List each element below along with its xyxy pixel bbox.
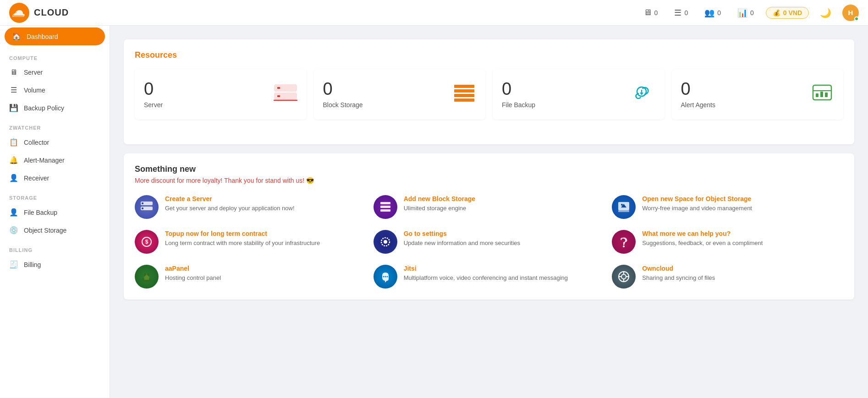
help-icon — [612, 230, 636, 254]
resource-card-server[interactable]: 0 Server — [135, 69, 307, 120]
balance-icon: 💰 — [773, 9, 780, 16]
settings-title[interactable]: Go to settings — [404, 230, 520, 237]
sidebar-item-billing[interactable]: 🧾 Billing — [0, 256, 110, 273]
logo[interactable]: CLOUD — [9, 3, 69, 23]
file-backup-icon: 👤 — [9, 208, 18, 217]
something-new-section: Something new More discount for more loy… — [124, 153, 854, 300]
resource-info-alert-agents: 0 Alert Agents — [681, 80, 716, 109]
alerts-stat[interactable]: 📊 0 — [733, 6, 758, 20]
sidebar-item-receiver[interactable]: 👤 Receiver — [0, 169, 110, 187]
create-server-title[interactable]: Create a Server — [165, 195, 295, 202]
section-zwatcher: ZWATCHER — [0, 117, 110, 133]
billing-icon: 🧾 — [9, 260, 18, 269]
backup-policy-icon: 💾 — [9, 104, 18, 112]
topup-title[interactable]: Topup now for long term contract — [165, 230, 320, 237]
resource-info-file-backup: 0 File Backup — [502, 80, 535, 109]
collector-icon: 📋 — [9, 138, 18, 147]
sidebar-item-alert-manager[interactable]: 🔔 Alert-Manager — [0, 151, 110, 169]
svg-rect-15 — [820, 92, 823, 97]
svg-rect-19 — [142, 202, 143, 204]
aapanel-title[interactable]: aaPanel — [165, 265, 221, 272]
resource-icon-alert-agents — [810, 81, 834, 109]
resource-count-alert-agents: 0 — [681, 80, 716, 98]
new-item-help[interactable]: What more we can help you? Suggestions, … — [612, 230, 843, 254]
block-storage-text: Add new Block Storage Ulimited storage e… — [404, 195, 475, 213]
svg-point-36 — [386, 276, 388, 278]
object-space-icon — [612, 195, 636, 219]
sidebar-label-volume: Volume — [24, 87, 45, 94]
owncloud-text: Owncloud Sharing and syncing of files — [642, 265, 715, 282]
storage-stat-icon: ☰ — [674, 8, 681, 18]
owncloud-desc: Sharing and syncing of files — [642, 274, 715, 282]
topup-desc: Long term contract with more stability o… — [165, 239, 320, 247]
logo-text: CLOUD — [34, 7, 69, 18]
sidebar-label-alert-manager: Alert-Manager — [24, 157, 65, 164]
sidebar-item-dashboard[interactable]: 🏠 Dashboard — [5, 27, 105, 45]
svg-rect-21 — [380, 202, 390, 204]
new-item-owncloud[interactable]: Owncloud Sharing and syncing of files — [612, 265, 843, 289]
new-item-block-storage[interactable]: Add new Block Storage Ulimited storage e… — [374, 195, 605, 219]
new-item-topup[interactable]: $ Topup now for long term contract Long … — [135, 230, 366, 254]
users-stat[interactable]: 👥 0 — [700, 6, 725, 20]
alerts-stat-count: 0 — [750, 9, 754, 16]
settings-text: Go to settings Update new information an… — [404, 230, 520, 247]
server-stat-icon: 🖥 — [643, 8, 652, 17]
resource-icon-server — [274, 83, 297, 106]
resource-icon-file-backup — [632, 81, 655, 109]
new-item-jitsi[interactable]: Jitsi Multiplatform voice, video confere… — [374, 265, 605, 289]
sidebar-item-object-storage[interactable]: 💿 Object Storage — [0, 221, 110, 239]
resource-info-block-storage: 0 Block Storage — [323, 80, 363, 109]
avatar-initial: H — [848, 9, 853, 16]
svg-rect-14 — [816, 93, 819, 97]
resources-title: Resources — [135, 50, 843, 60]
balance-amount: 0 VND — [783, 9, 802, 16]
sidebar-item-collector[interactable]: 📋 Collector — [0, 133, 110, 151]
topup-icon: $ — [135, 230, 159, 254]
help-title[interactable]: What more we can help you? — [642, 230, 763, 237]
object-space-title[interactable]: Open new Space for Object Storage — [642, 195, 752, 202]
section-storage: STORAGE — [0, 187, 110, 203]
resource-card-block-storage[interactable]: 0 Block Storage — [314, 69, 486, 120]
svg-point-30 — [384, 240, 387, 244]
resource-label-alert-agents: Alert Agents — [681, 101, 716, 109]
main-content: Resources 0 Server — [110, 26, 868, 398]
jitsi-text: Jitsi Multiplatform voice, video confere… — [404, 265, 568, 282]
jitsi-desc: Multiplatform voice, video conferencing … — [404, 274, 568, 282]
jitsi-title[interactable]: Jitsi — [404, 265, 568, 272]
sidebar-item-file-backup[interactable]: 👤 File Backup — [0, 203, 110, 221]
topup-text: Topup now for long term contract Long te… — [165, 230, 320, 247]
owncloud-title[interactable]: Owncloud — [642, 265, 715, 272]
storage-stat[interactable]: ☰ 0 — [670, 6, 692, 20]
sidebar-item-volume[interactable]: ☰ Volume — [0, 81, 110, 99]
server-stat[interactable]: 🖥 0 — [639, 6, 663, 19]
sidebar-item-server[interactable]: 🖥 Server — [0, 64, 110, 81]
new-item-object-space[interactable]: Open new Space for Object Storage Worry-… — [612, 195, 843, 219]
sidebar-label-collector: Collector — [24, 139, 49, 146]
owncloud-icon — [612, 265, 636, 289]
resource-card-file-backup[interactable]: 0 File Backup — [493, 69, 665, 120]
theme-toggle[interactable]: 🌙 — [816, 5, 835, 20]
volume-icon: ☰ — [9, 86, 18, 94]
users-stat-icon: 👥 — [704, 8, 714, 18]
svg-rect-23 — [380, 209, 390, 212]
balance-button[interactable]: 💰 0 VND — [766, 7, 809, 19]
topnav: CLOUD 🖥 0 ☰ 0 👥 0 📊 0 💰 0 VND 🌙 H — [0, 0, 868, 26]
aapanel-text: aaPanel Hosting control panel — [165, 265, 221, 282]
new-item-create-server[interactable]: Create a Server Get your server and depl… — [135, 195, 366, 219]
resources-grid: 0 Server 0 — [135, 69, 843, 120]
create-server-icon — [135, 195, 159, 219]
block-storage-title[interactable]: Add new Block Storage — [404, 195, 475, 202]
new-items-grid: Create a Server Get your server and depl… — [135, 195, 843, 289]
create-server-desc: Get your server and deploy your applicat… — [165, 204, 295, 213]
avatar[interactable]: H — [842, 5, 859, 21]
new-item-aapanel[interactable]: aaPanel Hosting control panel — [135, 265, 366, 289]
sidebar-label-receiver: Receiver — [24, 174, 49, 182]
resource-label-server: Server — [144, 101, 163, 109]
new-item-settings[interactable]: Go to settings Update new information an… — [374, 230, 605, 254]
resource-card-alert-agents[interactable]: 0 Alert Agents — [672, 69, 844, 120]
svg-point-38 — [621, 274, 626, 279]
alert-manager-icon: 🔔 — [9, 156, 18, 164]
section-compute: COMPUTE — [0, 47, 110, 64]
svg-rect-3 — [277, 87, 280, 89]
sidebar-item-backup-policy[interactable]: 💾 Backup Policy — [0, 99, 110, 117]
